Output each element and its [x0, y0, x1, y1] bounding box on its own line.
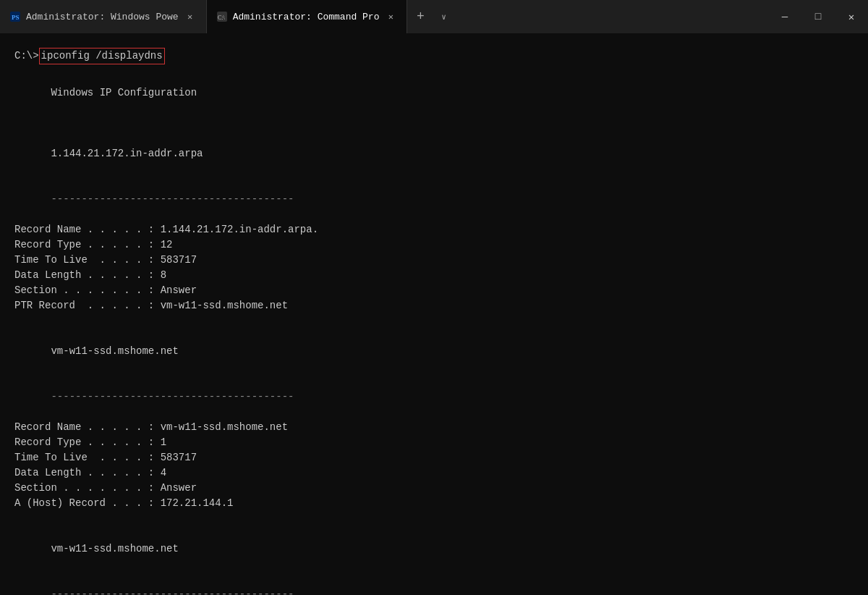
output-header: Windows IP Configuration	[14, 70, 854, 116]
terminal-window: PS Administrator: Windows Powe ✕ C:\ Adm…	[0, 0, 868, 595]
tab-powershell[interactable]: PS Administrator: Windows Powe ✕	[0, 0, 207, 33]
command-prompt: C:\>	[14, 50, 39, 62]
section-2-field-1: Record Type . . . . . : 1	[14, 435, 854, 450]
section-3-title: vm-w11-ssd.mshome.net	[14, 526, 854, 572]
svg-text:PS: PS	[12, 14, 20, 21]
section-2-field-3: Data Length . . . . . : 4	[14, 465, 854, 481]
window-controls: — □ ✕	[768, 0, 868, 33]
tab-cmd-close[interactable]: ✕	[385, 11, 396, 22]
section-1-field-1: Record Type . . . . . : 12	[14, 237, 854, 253]
new-tab-button[interactable]: +	[407, 0, 433, 33]
section-2-separator: ----------------------------------------	[14, 374, 854, 420]
section-2-field-5: A (Host) Record . . . : 172.21.144.1	[14, 496, 854, 511]
section-1-title: 1.144.21.172.in-addr.arpa	[14, 131, 854, 177]
cmd-icon: C:\	[217, 12, 227, 22]
tab-cmd-label: Administrator: Command Pro	[233, 12, 380, 22]
section-1-field-2: Time To Live . . . . : 583717	[14, 253, 854, 268]
svg-text:C:\: C:\	[218, 14, 226, 21]
section-2-field-0: Record Name . . . . . : vm-w11-ssd.mshom…	[14, 420, 854, 435]
section-3-separator: ----------------------------------------	[14, 572, 854, 595]
tab-bar: PS Administrator: Windows Powe ✕ C:\ Adm…	[0, 0, 768, 33]
section-1-separator: ----------------------------------------	[14, 177, 854, 222]
section-2-field-2: Time To Live . . . . : 583717	[14, 450, 854, 465]
terminal-content[interactable]: C:\>ipconfig /displaydns Windows IP Conf…	[0, 33, 868, 595]
tab-powershell-label: Administrator: Windows Powe	[26, 12, 179, 22]
tab-cmd[interactable]: C:\ Administrator: Command Pro ✕	[207, 0, 408, 33]
command-line: C:\>ipconfig /displaydns	[14, 48, 854, 64]
maximize-button[interactable]: □	[801, 0, 835, 33]
section-2-title: vm-w11-ssd.mshome.net	[14, 329, 854, 374]
powershell-icon: PS	[10, 12, 20, 22]
blank-line-2	[14, 313, 854, 329]
close-button[interactable]: ✕	[835, 0, 868, 33]
section-1-field-3: Data Length . . . . . : 8	[14, 268, 854, 283]
tab-powershell-close[interactable]: ✕	[184, 11, 196, 22]
tab-dropdown-button[interactable]: ∨	[433, 0, 454, 33]
blank-line-1	[14, 116, 854, 131]
section-1-field-4: Section . . . . . . . : Answer	[14, 283, 854, 298]
blank-line-3	[14, 511, 854, 526]
minimize-button[interactable]: —	[768, 0, 801, 33]
section-1-field-0: Record Name . . . . . : 1.144.21.172.in-…	[14, 222, 854, 237]
section-1-field-5: PTR Record . . . . . : vm-w11-ssd.mshome…	[14, 298, 854, 313]
section-2-field-4: Section . . . . . . . : Answer	[14, 481, 854, 496]
title-bar: PS Administrator: Windows Powe ✕ C:\ Adm…	[0, 0, 868, 33]
command-input: ipconfig /displaydns	[39, 48, 165, 64]
